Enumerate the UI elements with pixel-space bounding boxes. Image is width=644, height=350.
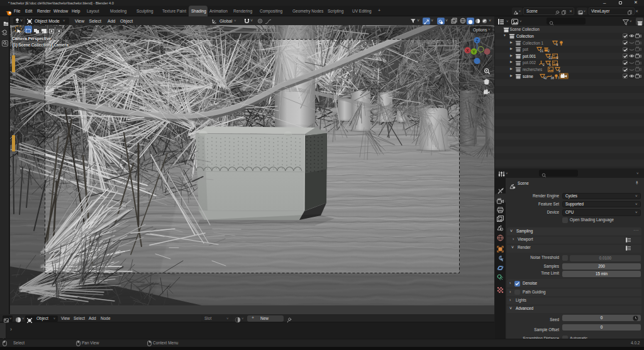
svg-text:Y: Y (472, 50, 475, 54)
svg-text:Z: Z (476, 38, 479, 43)
svg-text:X: X (466, 48, 469, 53)
